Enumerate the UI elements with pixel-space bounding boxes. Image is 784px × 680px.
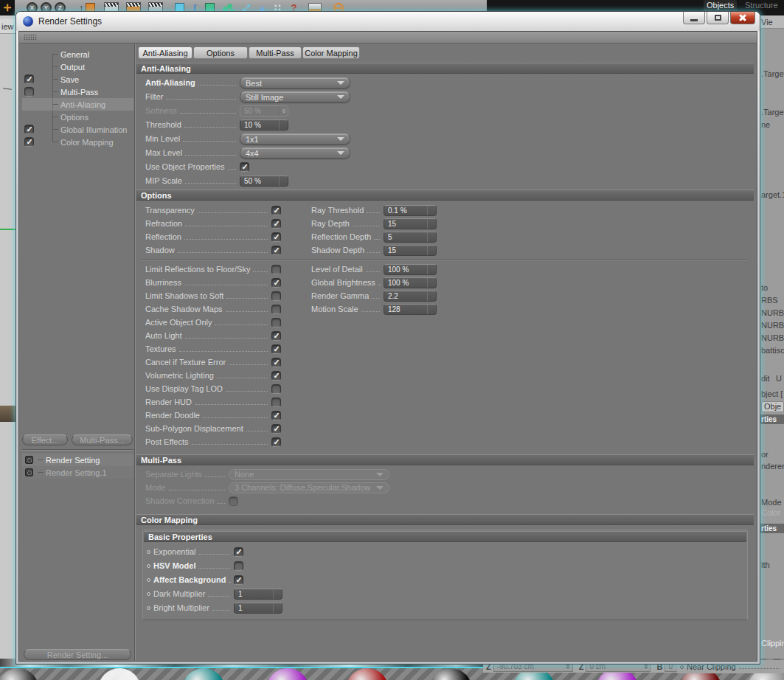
separate-lights-dropdown[interactable]: None <box>229 469 389 480</box>
spinner-arrows-icon[interactable] <box>427 265 436 274</box>
spinner-arrows-icon[interactable] <box>279 106 288 116</box>
multi-pass-enable-checkbox[interactable] <box>24 87 34 97</box>
spinner-arrows-icon[interactable] <box>273 589 282 599</box>
save-enable-checkbox[interactable] <box>24 74 34 84</box>
color-mapping-enable-checkbox[interactable] <box>24 137 34 147</box>
blurriness-checkbox[interactable] <box>271 278 281 288</box>
post-effects-checkbox[interactable] <box>271 437 281 447</box>
render-preset-render-setting[interactable]: Render Setting <box>22 454 133 466</box>
spinner-arrows-icon[interactable] <box>273 603 282 613</box>
window-titlebar[interactable]: Render Settings <box>16 12 760 31</box>
bright-multiplier-spinner[interactable]: 1 <box>234 603 282 614</box>
sidebar-item-general[interactable]: General <box>22 48 133 60</box>
use-object-properties-checkbox[interactable] <box>240 162 249 172</box>
shadow-checkbox[interactable] <box>271 246 281 255</box>
field-row: Shadow Depth15 <box>302 243 605 257</box>
material-sphere[interactable] <box>266 668 309 680</box>
spinner-arrows-icon[interactable] <box>427 305 436 314</box>
material-sphere[interactable] <box>182 668 225 680</box>
sidebar-item-options[interactable]: Options <box>22 111 133 123</box>
reflection-checkbox[interactable] <box>271 232 281 242</box>
move-tool-icon[interactable]: ✛ <box>0 0 15 15</box>
tab-objects[interactable]: Objects <box>704 0 737 11</box>
spinner-arrows-icon[interactable] <box>427 291 436 301</box>
render-hud-checkbox[interactable] <box>271 398 281 407</box>
hsv-model-checkbox[interactable] <box>234 561 243 571</box>
spinner-arrows-icon[interactable] <box>427 246 436 255</box>
mip-scale-spinner[interactable]: 50 % <box>240 176 288 187</box>
material-sphere[interactable] <box>346 668 389 680</box>
shadow-correction-checkbox[interactable] <box>229 496 238 506</box>
render-preset-render-setting-1[interactable]: Render Setting.1 <box>22 466 133 479</box>
spinner-arrows-icon[interactable] <box>427 219 436 229</box>
reflection-depth-spinner[interactable]: 5 <box>384 232 437 243</box>
anti-aliasing-dropdown[interactable]: Best <box>240 77 350 89</box>
field-row: MIP Scale50 % <box>136 174 754 188</box>
refraction-checkbox[interactable] <box>271 219 281 229</box>
tab-structure[interactable]: Structure <box>742 0 781 11</box>
sidebar-item-label: Color Mapping <box>60 138 114 147</box>
sub-polygon-displacement-checkbox[interactable] <box>271 424 281 434</box>
shadow-depth-spinner[interactable]: 15 <box>384 245 437 256</box>
tab-color-mapping[interactable]: Color Mapping <box>302 46 360 59</box>
max-level-dropdown[interactable]: 4x4 <box>240 148 350 159</box>
mode-dropdown[interactable]: 3 Channels: Diffuse,Specular,Shadow <box>229 482 389 493</box>
limit-shadows-to-soft-checkbox[interactable] <box>271 291 281 301</box>
dark-multiplier-spinner[interactable]: 1 <box>234 589 282 600</box>
transparency-checkbox[interactable] <box>271 206 281 215</box>
multipass-button[interactable]: Multi-Pass... <box>72 434 133 445</box>
active-object-only-checkbox[interactable] <box>271 318 281 327</box>
maximize-button[interactable] <box>707 12 729 24</box>
softness-spinner[interactable]: 50 % <box>240 105 288 117</box>
panel-text-fragment: Obje <box>761 401 784 412</box>
ray-depth-spinner[interactable]: 15 <box>384 218 437 229</box>
min-level-dropdown[interactable]: 1x1 <box>240 133 350 145</box>
affect-background-checkbox[interactable] <box>234 575 243 585</box>
auto-light-checkbox[interactable] <box>271 331 281 341</box>
spinner-arrows-icon[interactable] <box>427 278 436 288</box>
motion-scale-spinner[interactable]: 128 <box>384 304 437 315</box>
sidebar-item-label: Global Illumination <box>60 125 128 134</box>
leader-dots <box>246 431 268 431</box>
global-brightness-spinner[interactable]: 100 % <box>384 277 437 288</box>
panel-text-fragment: NURB <box>761 333 784 342</box>
cache-shadow-maps-checkbox[interactable] <box>271 305 281 314</box>
tab-options[interactable]: Options <box>193 46 248 59</box>
render-gamma-spinner[interactable]: 2.2 <box>384 291 437 302</box>
ray-threshold-spinner[interactable]: 0.1 % <box>384 205 437 216</box>
limit-reflections-to-floor-sky-checkbox[interactable] <box>271 265 281 274</box>
level-of-detail-spinner[interactable]: 100 % <box>384 264 437 275</box>
filter-dropdown[interactable]: Still Image <box>240 91 350 103</box>
effect-button[interactable]: Effect... <box>22 434 68 445</box>
cancel-if-texture-error-checkbox[interactable] <box>271 358 281 367</box>
spinner-arrows-icon[interactable] <box>642 664 650 669</box>
sidebar-item-global-illumination[interactable]: Global Illumination <box>22 123 133 136</box>
material-sphere[interactable] <box>0 668 39 680</box>
minimize-button[interactable] <box>683 12 705 24</box>
sidebar-item-multi-pass[interactable]: Multi-Pass <box>22 86 133 98</box>
material-sphere[interactable] <box>429 668 472 680</box>
threshold-spinner[interactable]: 10 % <box>240 119 288 131</box>
tab-multi-pass[interactable]: Multi-Pass <box>249 46 302 59</box>
spinner-arrows-icon[interactable] <box>279 176 288 186</box>
tab-anti-aliasing[interactable]: Anti-Aliasing <box>138 46 192 59</box>
material-sphere[interactable] <box>98 668 141 680</box>
render-doodle-checkbox[interactable] <box>271 411 281 420</box>
spinner-arrows-icon[interactable] <box>564 664 572 669</box>
sidebar-item-output[interactable]: Output <box>22 60 133 73</box>
spinner-arrows-icon[interactable] <box>279 120 288 130</box>
textures-checkbox[interactable] <box>271 344 281 354</box>
global-illumination-enable-checkbox[interactable] <box>24 125 34 134</box>
render-setting-button[interactable]: Render Setting... <box>24 649 131 660</box>
close-button[interactable] <box>730 12 755 24</box>
use-display-tag-lod-checkbox[interactable] <box>271 384 281 394</box>
sidebar-item-color-mapping[interactable]: Color Mapping <box>22 136 133 148</box>
spinner-arrows-icon[interactable] <box>427 232 436 242</box>
exponential-checkbox[interactable] <box>234 547 243 557</box>
spinner-arrows-icon[interactable] <box>427 206 436 215</box>
drag-grip-bar[interactable] <box>19 32 757 44</box>
volumetric-lighting-checkbox[interactable] <box>271 371 281 381</box>
sidebar-item-save[interactable]: Save <box>22 73 133 86</box>
sidebar-item-anti-aliasing[interactable]: Anti-Aliasing <box>22 98 133 111</box>
spinner-value: 1 <box>235 590 273 598</box>
